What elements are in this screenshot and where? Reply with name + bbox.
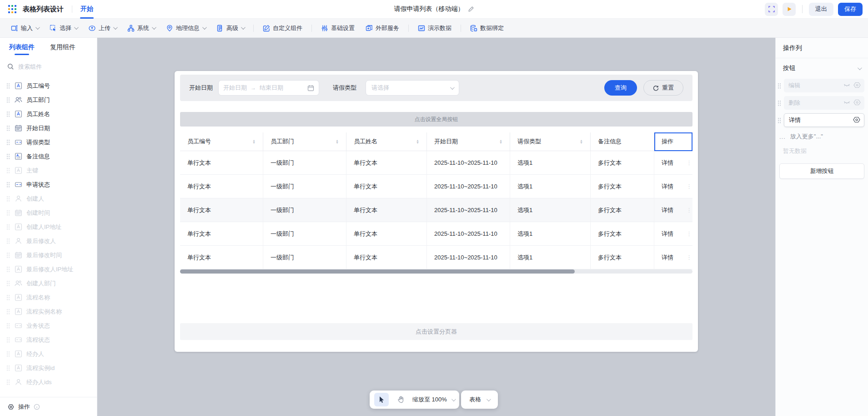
zoom-chevron-icon[interactable]	[452, 397, 456, 401]
range-arrow-icon: →	[251, 85, 256, 91]
sidebar-footer-operation[interactable]: 操作	[0, 397, 97, 416]
sidebar-item-label: 申请状态	[26, 181, 50, 189]
sidebar-item-备注信息[interactable]: 备注信息	[0, 149, 97, 163]
table-cell: 2025-11-10~2025-11-10	[427, 246, 510, 269]
visibility-toggle-icon[interactable]	[853, 117, 860, 124]
action-cell[interactable]: 详情⋮	[654, 246, 692, 269]
put-into-more-row[interactable]: ... 放入更多"..."	[776, 129, 868, 142]
expand-icon	[768, 6, 775, 12]
toolbar-item-地理信息[interactable]: 地理信息	[161, 21, 210, 35]
sidebar-tabs: 列表组件复用组件	[0, 38, 97, 57]
sidebar-item-label: 最后修改人IP地址	[26, 265, 73, 274]
drag-handle-icon[interactable]	[6, 125, 10, 131]
data-table[interactable]: 员工编号▲▼员工部门▲▼员工姓名▲▼开始日期▲▼请假类型▲▼备注信息操作 单行文…	[180, 132, 692, 269]
toolbar-item-上传[interactable]: 上传	[84, 21, 121, 35]
drag-handle-icon[interactable]	[6, 97, 10, 103]
custom-component-icon	[263, 25, 270, 32]
edit-title-icon[interactable]	[468, 6, 474, 12]
page-artboard[interactable]: 开始日期 开始日期 → 结束日期 请假类型 请选择 查询 重置	[175, 71, 698, 352]
button-name-input[interactable]: 详情	[784, 113, 864, 127]
sidebar-item-开始日期[interactable]: 开始日期	[0, 121, 97, 135]
button-name-input[interactable]: 删除	[784, 96, 864, 110]
eye-off-icon[interactable]	[843, 82, 850, 89]
column-header-开始日期[interactable]: 开始日期▲▼	[427, 132, 510, 151]
column-header-请假类型[interactable]: 请假类型▲▼	[510, 132, 591, 151]
sort-icon[interactable]: ▲▼	[499, 139, 502, 144]
component-search[interactable]	[7, 59, 90, 74]
zoom-level-label[interactable]: 缩放至 100%	[412, 396, 447, 404]
reset-button[interactable]: 重置	[643, 80, 683, 96]
column-header-备注信息[interactable]: 备注信息	[591, 132, 654, 151]
hand-tool-button[interactable]	[393, 393, 408, 406]
button-section-header[interactable]: 按钮	[776, 58, 868, 77]
sidebar-item-label: 创建人IP地址	[26, 223, 61, 231]
drag-handle-icon	[6, 309, 10, 315]
column-header-操作[interactable]: 操作	[654, 132, 692, 151]
search-input[interactable]	[18, 63, 82, 70]
drag-handle-icon[interactable]	[6, 139, 10, 145]
sidebar-tab-复用组件[interactable]: 复用组件	[50, 38, 75, 57]
toolbar-item-输入[interactable]: 输入	[6, 21, 43, 35]
date-range-input[interactable]: 开始日期 → 结束日期	[218, 80, 319, 96]
drag-handle-icon[interactable]	[6, 83, 10, 89]
component-selector-pill[interactable]: 表格	[461, 391, 498, 409]
action-cell[interactable]: 详情⋮	[654, 222, 692, 246]
app-grid-icon[interactable]	[8, 5, 16, 13]
save-button[interactable]: 保存	[838, 3, 863, 16]
sidebar-item-员工姓名[interactable]: 员工姓名	[0, 107, 97, 121]
sidebar-item-请假类型[interactable]: 请假类型	[0, 135, 97, 149]
table-cell: 选项1	[510, 246, 591, 269]
drag-handle-icon[interactable]	[778, 100, 781, 106]
drag-handle-icon[interactable]	[778, 117, 781, 123]
visibility-toggle-icon[interactable]	[853, 82, 861, 90]
cursor-tool-button[interactable]	[374, 393, 389, 406]
visibility-toggle-icon[interactable]	[853, 99, 861, 107]
toolbar-item-选择[interactable]: 选择	[45, 21, 82, 35]
scrollbar-thumb[interactable]	[180, 269, 575, 274]
action-cell[interactable]: 详情⋮	[654, 151, 692, 175]
table-cell: 2025-11-10~2025-11-10	[427, 222, 510, 246]
toolbar-item-基础设置[interactable]: 基础设置	[316, 21, 359, 35]
add-button-button[interactable]: 新增按钮	[779, 163, 864, 179]
table-cell: 选项1	[510, 175, 591, 198]
button-name-input[interactable]: 编辑	[784, 79, 864, 92]
leave-type-select[interactable]: 请选择	[366, 80, 459, 96]
toolbar-item-外部服务[interactable]: 外部服务	[361, 21, 404, 35]
sort-icon[interactable]: ▲▼	[336, 139, 339, 144]
design-canvas[interactable]: 开始日期 开始日期 → 结束日期 请假类型 请选择 查询 重置	[97, 38, 775, 416]
pagination-placeholder[interactable]: 点击设置分页器	[180, 323, 692, 340]
drag-handle-icon[interactable]	[6, 111, 10, 117]
sidebar-item-申请状态[interactable]: 申请状态	[0, 178, 97, 192]
drag-handle-icon[interactable]	[778, 83, 781, 89]
global-button-placeholder[interactable]: 点击设置全局按钮	[180, 112, 692, 127]
action-cell[interactable]: 详情⋮	[654, 198, 692, 222]
sort-icon[interactable]: ▲▼	[252, 139, 256, 144]
system-icon	[127, 25, 135, 32]
preview-button[interactable]	[783, 3, 796, 16]
horizontal-scrollbar[interactable]	[180, 269, 692, 274]
query-button[interactable]: 查询	[604, 80, 637, 96]
drag-handle-icon[interactable]	[6, 153, 10, 159]
sidebar-tab-列表组件[interactable]: 列表组件	[9, 38, 35, 57]
column-header-员工姓名[interactable]: 员工姓名▲▼	[346, 132, 427, 151]
fullscreen-button[interactable]	[765, 3, 778, 16]
sort-icon[interactable]: ▲▼	[416, 139, 419, 144]
column-header-员工编号[interactable]: 员工编号▲▼	[180, 132, 263, 151]
column-header-员工部门[interactable]: 员工部门▲▼	[263, 132, 346, 151]
sort-icon[interactable]: ▲▼	[580, 139, 583, 144]
component-chevron-icon[interactable]	[487, 397, 491, 401]
eye-off-icon[interactable]	[843, 100, 850, 107]
action-cell[interactable]: 详情⋮	[654, 175, 692, 198]
toolbar-item-数据绑定[interactable]: 数据绑定	[466, 21, 508, 35]
toolbar-item-高级[interactable]: 高级	[212, 21, 249, 35]
toolbar-item-自定义组件[interactable]: 自定义组件	[258, 21, 307, 35]
filter-bar[interactable]: 开始日期 开始日期 → 结束日期 请假类型 请选择 查询 重置	[180, 75, 692, 101]
table-cell: 选项1	[510, 198, 591, 222]
drag-handle-icon[interactable]	[6, 182, 10, 188]
sidebar-item-员工编号[interactable]: 员工编号	[0, 79, 97, 93]
tab-start[interactable]: 开始	[80, 0, 93, 19]
exit-button[interactable]: 退出	[809, 3, 833, 16]
sidebar-item-员工部门[interactable]: 员工部门	[0, 93, 97, 107]
toolbar-item-演示数据[interactable]: 演示数据	[413, 21, 456, 35]
toolbar-item-系统[interactable]: 系统	[123, 21, 160, 35]
